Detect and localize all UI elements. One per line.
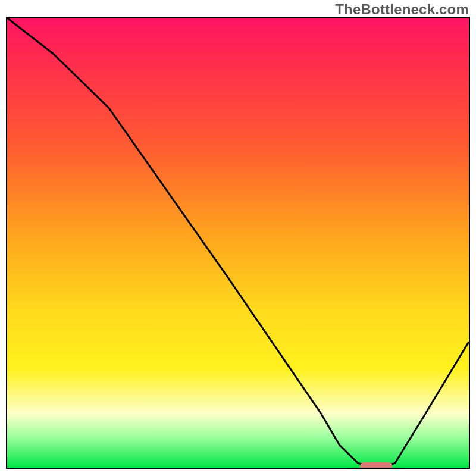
plot-area [6,17,470,469]
watermark-text: TheBottleneck.com [335,1,469,18]
curve-svg [7,18,469,468]
curve-path [7,18,469,468]
minimum-marker [360,462,393,469]
chart-container: TheBottleneck.com [0,0,476,476]
